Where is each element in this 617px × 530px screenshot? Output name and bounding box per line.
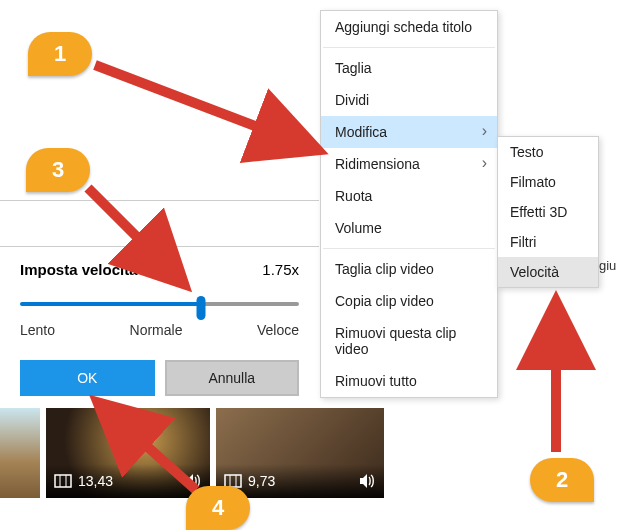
sound-icon: [358, 473, 376, 489]
cancel-button[interactable]: Annulla: [165, 360, 300, 396]
svg-rect-0: [55, 475, 71, 487]
svg-line-6: [95, 65, 310, 147]
menu-separator: [323, 248, 495, 249]
speed-value: 1.75x: [262, 261, 299, 278]
thumbnail-overlay: 13,43: [46, 464, 210, 498]
speed-panel-title: Imposta velocità clip: [20, 261, 168, 278]
menu-item-trim-clip[interactable]: Taglia clip video: [321, 253, 497, 285]
callout-badge-2: 2: [530, 458, 594, 502]
panel-divider: [0, 200, 319, 201]
truncated-edge-text: giu: [599, 258, 616, 273]
slider-label-fast: Veloce: [257, 322, 299, 338]
menu-separator: [323, 47, 495, 48]
submenu-item-filmstrip[interactable]: Filmato: [498, 167, 598, 197]
submenu-edit: Testo Filmato Effetti 3D Filtri Velocità: [497, 136, 599, 288]
slider-label-normal: Normale: [130, 322, 183, 338]
clip-thumbnail[interactable]: [0, 408, 40, 498]
slider-thumb[interactable]: [197, 296, 206, 320]
menu-item-edit[interactable]: Modifica: [321, 116, 497, 148]
aspect-ratio-icon: [54, 474, 72, 488]
menu-item-rotate[interactable]: Ruota: [321, 180, 497, 212]
callout-badge-4: 4: [186, 486, 250, 530]
slider-labels: Lento Normale Veloce: [20, 322, 299, 338]
speed-panel-header: Imposta velocità clip 1.75x: [20, 261, 299, 278]
menu-item-resize[interactable]: Ridimensiona: [321, 148, 497, 180]
submenu-item-speed[interactable]: Velocità: [498, 257, 598, 287]
submenu-item-3d-effects[interactable]: Effetti 3D: [498, 197, 598, 227]
menu-item-remove-clip[interactable]: Rimuovi questa clip video: [321, 317, 497, 365]
button-row: OK Annulla: [20, 360, 299, 396]
clip-duration: 13,43: [78, 473, 113, 489]
clip-thumbnail[interactable]: 9,73: [216, 408, 384, 498]
speed-slider[interactable]: [20, 294, 299, 312]
ok-button[interactable]: OK: [20, 360, 155, 396]
callout-badge-3: 3: [26, 148, 90, 192]
slider-label-slow: Lento: [20, 322, 55, 338]
context-menu: Aggiungi scheda titolo Taglia Dividi Mod…: [320, 10, 498, 398]
menu-item-add-title-card[interactable]: Aggiungi scheda titolo: [321, 11, 497, 43]
menu-item-copy-clip[interactable]: Copia clip video: [321, 285, 497, 317]
timeline-thumbnails: 13,43 9,73: [0, 408, 400, 498]
menu-item-remove-all[interactable]: Rimuovi tutto: [321, 365, 497, 397]
callout-badge-1: 1: [28, 32, 92, 76]
clip-duration: 9,73: [248, 473, 275, 489]
speed-panel: Imposta velocità clip 1.75x Lento Normal…: [0, 246, 319, 408]
clip-thumbnail[interactable]: 13,43: [46, 408, 210, 498]
slider-track: [20, 302, 299, 306]
menu-item-split[interactable]: Dividi: [321, 84, 497, 116]
menu-item-trim[interactable]: Taglia: [321, 52, 497, 84]
submenu-item-text[interactable]: Testo: [498, 137, 598, 167]
menu-item-volume[interactable]: Volume: [321, 212, 497, 244]
submenu-item-filters[interactable]: Filtri: [498, 227, 598, 257]
